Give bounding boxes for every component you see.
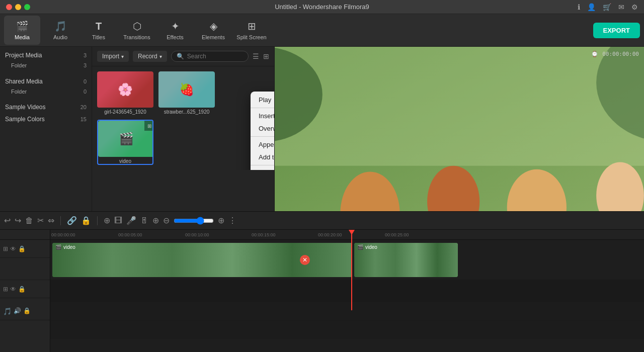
effects-icon: ✦ bbox=[171, 20, 180, 32]
track-2-lock-icon[interactable]: 🔒 bbox=[18, 286, 26, 293]
timeline-audio-mix-icon[interactable]: 🎚 bbox=[140, 216, 148, 225]
context-menu: Play Insert Overwrite Append Add to new … bbox=[251, 92, 274, 170]
ctx-insert[interactable]: Insert bbox=[251, 110, 274, 122]
playhead[interactable] bbox=[351, 230, 352, 310]
track-2-icons: ⊞ 👁 🔒 bbox=[3, 286, 26, 293]
grid-icon[interactable]: ⊞ bbox=[263, 52, 269, 60]
mail-icon[interactable]: ✉ bbox=[618, 3, 624, 11]
ctx-append[interactable]: Append bbox=[251, 138, 274, 151]
search-container[interactable]: 🔍 bbox=[171, 51, 249, 62]
audio-icon: 🎵 bbox=[3, 307, 12, 315]
split-screen-icon: ⊞ bbox=[248, 20, 256, 32]
timeline-add-track-icon[interactable]: ⊕ bbox=[104, 216, 110, 225]
thumb-img-girl: 🌸 bbox=[97, 71, 153, 108]
video-clip-1[interactable]: 🎬 video ✕ bbox=[52, 243, 352, 277]
toolbar-item-audio[interactable]: 🎵 Audio bbox=[42, 16, 78, 45]
trash-icon[interactable]: 🗑 bbox=[25, 216, 33, 225]
track-1-icons: ⊞ 👁 🔒 bbox=[3, 245, 26, 252]
shared-media-count: 0 bbox=[84, 78, 87, 84]
project-media-section: Project Media 3 Folder 3 bbox=[0, 47, 92, 73]
clip-2-label: 🎬 video bbox=[357, 244, 377, 250]
transitions-label: Transitions bbox=[123, 34, 150, 40]
timeline-zoom-slider[interactable] bbox=[174, 217, 214, 225]
audio-lock-icon[interactable]: 🔒 bbox=[23, 307, 31, 315]
window-controls[interactable] bbox=[6, 4, 30, 10]
media-item-video[interactable]: 🎬 ⊞ video bbox=[97, 120, 153, 165]
toolbar-item-titles[interactable]: T Titles bbox=[80, 16, 117, 45]
magnet-icon[interactable]: 🔗 bbox=[67, 216, 77, 225]
ctx-overwrite[interactable]: Overwrite bbox=[251, 122, 274, 135]
record-chevron-icon: ▾ bbox=[159, 54, 162, 59]
media-item-girl[interactable]: 🌸 girl-2436545_1920 bbox=[97, 71, 153, 115]
track-1-eye-icon[interactable]: 👁 bbox=[10, 245, 16, 252]
close-button[interactable] bbox=[6, 4, 12, 10]
undo-icon[interactable]: ↩ bbox=[4, 216, 11, 225]
media-item-video-label: video bbox=[98, 158, 152, 164]
video-track-row-1: 🎬 video ✕ 🎬 video bbox=[50, 240, 644, 280]
timeline-voiceover-icon[interactable]: 🎤 bbox=[126, 216, 136, 225]
video-track-1-controls: ⊞ 👁 🔒 bbox=[0, 240, 50, 258]
transitions-icon: ⬡ bbox=[133, 20, 141, 32]
minimize-button[interactable] bbox=[15, 4, 21, 10]
timeline-detach-audio-icon[interactable]: ⊕ bbox=[152, 216, 159, 225]
track-2-settings-icon[interactable]: ⊞ bbox=[3, 286, 8, 293]
shared-folder-count: 0 bbox=[84, 89, 87, 95]
toolbar-item-effects[interactable]: ✦ Effects bbox=[157, 16, 193, 45]
cut-marker-badge[interactable]: ✕ bbox=[300, 255, 310, 265]
effects-label: Effects bbox=[167, 34, 183, 40]
import-chevron-icon: ▾ bbox=[121, 54, 124, 59]
track-1-settings-icon[interactable]: ⊞ bbox=[3, 245, 8, 252]
titlebar: Untitled - Wondershare Filmora9 ℹ 👤 🛒 ✉ … bbox=[0, 0, 644, 14]
search-input[interactable] bbox=[187, 53, 243, 60]
ctx-add-to-new-track[interactable]: Add to new track bbox=[251, 151, 274, 163]
track-1-lock-icon[interactable]: 🔒 bbox=[18, 245, 26, 252]
tl-separator-1 bbox=[60, 216, 61, 225]
adjust-icon[interactable]: ⇔ bbox=[48, 216, 54, 225]
lock-icon[interactable]: 🔒 bbox=[81, 216, 91, 225]
shared-folder-label: Folder bbox=[11, 89, 27, 95]
toolbar-item-transitions[interactable]: ⬡ Transitions bbox=[119, 16, 155, 45]
track-gap bbox=[0, 258, 50, 280]
record-button[interactable]: Record ▾ bbox=[133, 51, 167, 62]
shared-media-header[interactable]: Shared Media 0 bbox=[0, 76, 92, 87]
media-view-icons: ☰ ⊞ bbox=[253, 52, 269, 60]
timeline-zoom-out-icon[interactable]: ⊖ bbox=[163, 216, 170, 225]
export-button[interactable]: EXPORT bbox=[593, 23, 640, 38]
sample-videos-count: 20 bbox=[80, 104, 87, 110]
toolbar-item-media[interactable]: 🎬 Media bbox=[4, 16, 40, 45]
ctx-play[interactable]: Play bbox=[251, 94, 274, 106]
filter-icon[interactable]: ☰ bbox=[253, 52, 259, 60]
project-media-header[interactable]: Project Media 3 bbox=[0, 50, 92, 61]
timeline-clip-speed-icon[interactable]: 🎞 bbox=[114, 216, 122, 225]
settings-icon[interactable]: ⚙ bbox=[631, 3, 638, 11]
svg-rect-1 bbox=[275, 47, 644, 166]
cart-icon[interactable]: 🛒 bbox=[603, 3, 611, 11]
audio-mute-icon[interactable]: 🔊 bbox=[14, 307, 21, 315]
user-icon[interactable]: 👤 bbox=[587, 3, 596, 11]
sample-videos-item[interactable]: Sample Videos 20 bbox=[0, 101, 92, 113]
toolbar-item-split-screen[interactable]: ⊞ Split Screen bbox=[233, 16, 270, 45]
redo-icon[interactable]: ↪ bbox=[15, 216, 21, 225]
window-title: Untitled - Wondershare Filmora9 bbox=[275, 3, 369, 11]
sample-videos-label: Sample Videos bbox=[5, 104, 46, 111]
maximize-button[interactable] bbox=[24, 4, 30, 10]
track-2-eye-icon[interactable]: 👁 bbox=[10, 286, 16, 293]
timeline-more-icon[interactable]: ⋮ bbox=[228, 216, 236, 225]
ruler-mark-0: 00:00:00:00 bbox=[51, 232, 75, 237]
ruler-mark-5: 00:00:25:00 bbox=[385, 232, 409, 237]
import-button[interactable]: Import ▾ bbox=[97, 51, 129, 62]
toolbar-item-elements[interactable]: ◈ Elements bbox=[195, 16, 231, 45]
thumb-img-strawberry: 🍓 bbox=[158, 71, 215, 108]
timeline-zoom-in-icon[interactable]: ⊕ bbox=[218, 216, 224, 225]
video-clip-2[interactable]: 🎬 video bbox=[354, 243, 458, 277]
media-item-strawberry[interactable]: 🍓 strawber...625_1920 bbox=[158, 71, 215, 115]
folder-count: 3 bbox=[84, 62, 87, 68]
sample-colors-count: 15 bbox=[80, 116, 87, 122]
cut-icon[interactable]: ✂ bbox=[37, 216, 44, 225]
ctx-separator-3 bbox=[251, 165, 274, 165]
ctx-create-proxy: Create Proxy file bbox=[251, 167, 274, 170]
shared-media-folder[interactable]: Folder 0 bbox=[0, 87, 92, 96]
sample-colors-item[interactable]: Sample Colors 15 bbox=[0, 113, 92, 125]
info-icon[interactable]: ℹ bbox=[578, 3, 580, 11]
project-media-folder[interactable]: Folder 3 bbox=[0, 61, 92, 70]
